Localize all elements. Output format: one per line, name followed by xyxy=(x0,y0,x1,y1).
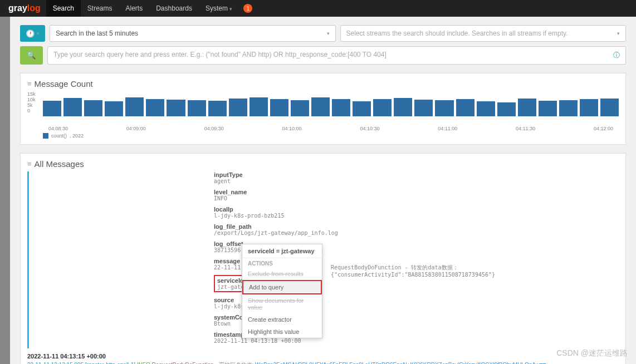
y-axis: 15k 10k 5k 0 xyxy=(27,91,36,114)
chart-bar[interactable] xyxy=(311,97,330,117)
panel-menu-icon[interactable]: ≡ xyxy=(27,80,32,88)
nav-streams[interactable]: Streams xyxy=(81,0,119,17)
watermark: CSDN @迷茫运维路 xyxy=(556,348,628,358)
timerange-select[interactable]: Search in the last 5 minutes▾ xyxy=(50,25,336,42)
messages-title: All Messages xyxy=(35,159,84,169)
message-fields: inputTypeagentlevel_nameINFOlocalIpl-jdy… xyxy=(214,171,619,348)
chart-bar[interactable] xyxy=(600,99,619,116)
chart-bar[interactable] xyxy=(63,98,82,116)
chart-bar[interactable] xyxy=(497,102,516,117)
sidebar xyxy=(0,17,10,364)
chart-bar[interactable] xyxy=(146,99,164,117)
chart-bar[interactable] xyxy=(456,99,474,116)
ctx-exclude-from-results[interactable]: Exclude from results xyxy=(242,268,322,280)
chart-bars xyxy=(43,91,619,116)
chart-bar[interactable] xyxy=(125,97,144,116)
query-input[interactable]: Type your search query here and press en… xyxy=(47,46,626,65)
search-icon: 🔍 xyxy=(27,51,36,60)
chart-bar[interactable] xyxy=(270,99,288,116)
chart-bar[interactable] xyxy=(353,101,371,116)
chart-bar[interactable] xyxy=(291,100,309,116)
timestamp-row: 2022-11-11 04:13:15 +00:00 xyxy=(27,353,619,360)
field-level_name[interactable]: level_nameINFO xyxy=(214,189,619,201)
chart-bar[interactable] xyxy=(188,100,206,116)
top-nav: graylog Search Streams Alerts Dashboards… xyxy=(0,0,636,17)
ctx-highlight-this-value[interactable]: Highlight this value xyxy=(242,326,322,338)
context-header: serviceId = jzt-gateway xyxy=(242,244,322,258)
x-axis: 04:08:3004:09:0004:09:3004:10:0004:10:30… xyxy=(43,125,619,131)
nav-system[interactable]: System ▾ xyxy=(199,0,239,17)
context-menu: serviceId = jzt-gateway ACTIONS Exclude … xyxy=(242,244,322,338)
field-inputType[interactable]: inputTypeagent xyxy=(214,171,619,184)
context-section: ACTIONS xyxy=(242,258,322,268)
nav-alerts[interactable]: Alerts xyxy=(119,0,150,17)
nav-dashboards[interactable]: Dashboards xyxy=(149,0,199,17)
ctx-show-documents-for-value[interactable]: Show documents for value xyxy=(242,294,322,313)
chart-bar[interactable] xyxy=(105,101,123,116)
chart-bar[interactable] xyxy=(394,98,412,116)
panel-menu-icon[interactable]: ≡ xyxy=(27,160,32,168)
search-button[interactable]: 🔍 xyxy=(20,46,43,65)
notification-badge[interactable]: 1 xyxy=(243,4,252,13)
messages-panel: ≡All Messages inputTypeagentlevel_nameIN… xyxy=(20,153,626,364)
nav-search[interactable]: Search xyxy=(46,0,81,17)
chart-bar[interactable] xyxy=(435,100,453,116)
clock-icon: 🕐 xyxy=(26,29,35,38)
message-sidebar xyxy=(27,171,206,348)
chart-bar[interactable] xyxy=(539,101,557,117)
chart-title: Message Count xyxy=(35,79,93,88)
chart-bar[interactable] xyxy=(229,99,247,116)
chart-legend: count(), 2022 xyxy=(43,133,619,139)
ctx-create-extractor[interactable]: Create extractor xyxy=(242,313,322,326)
field-log_file_path[interactable]: log_file_path/export/Logs/jzt-gateway/ap… xyxy=(214,223,619,236)
chart-bar[interactable] xyxy=(167,100,185,116)
chart-bar[interactable] xyxy=(580,99,598,117)
chart-bar[interactable] xyxy=(477,101,495,116)
chart-bar[interactable] xyxy=(208,101,227,116)
chart-bar[interactable] xyxy=(84,100,102,116)
chart-bar[interactable] xyxy=(559,100,578,116)
chart-bar[interactable] xyxy=(249,97,268,116)
chart-bar[interactable] xyxy=(373,99,392,117)
chart-panel: ≡Message Count 15k 10k 5k 0 04:08:3004:0… xyxy=(20,73,626,145)
time-config-button[interactable]: 🕐▾ xyxy=(20,25,45,42)
ctx-add-to-query[interactable]: Add to query xyxy=(242,280,322,294)
log-line: 22-11-11 12:13:15.905 [reactor-http-epol… xyxy=(27,361,619,364)
chart-bar[interactable] xyxy=(518,99,536,116)
logo: graylog xyxy=(3,3,46,13)
field-localIp[interactable]: localIpl-jdy-k8s-prod-bzb215 xyxy=(214,206,619,219)
stream-select[interactable]: Select streams the search should include… xyxy=(340,25,627,42)
help-icon[interactable]: ⓘ xyxy=(613,51,620,60)
chart-bar[interactable] xyxy=(43,101,61,117)
chart-bar[interactable] xyxy=(414,100,433,116)
chart-bar[interactable] xyxy=(332,99,350,116)
